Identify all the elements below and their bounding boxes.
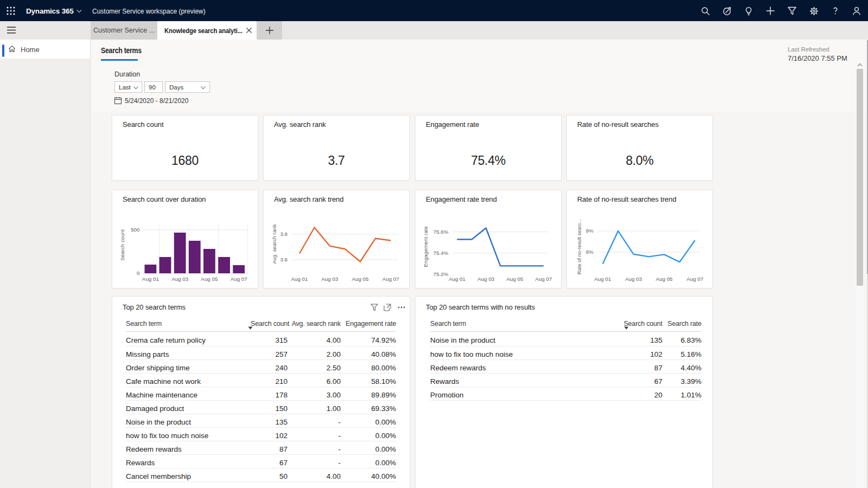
- svg-text:Aug 01: Aug 01: [449, 276, 465, 282]
- svg-text:Aug 01: Aug 01: [291, 276, 308, 282]
- svg-text:3.6: 3.6: [280, 256, 288, 262]
- svg-text:0: 0: [137, 270, 140, 276]
- svg-text:Aug 05: Aug 05: [201, 276, 218, 282]
- svg-text:Aug 07: Aug 07: [686, 276, 703, 282]
- svg-text:Aug 07: Aug 07: [535, 276, 552, 282]
- svg-text:Avg. search rank: Avg. search rank: [271, 224, 277, 264]
- svg-text:Aug 03: Aug 03: [477, 276, 495, 282]
- svg-text:Search count: Search count: [119, 229, 125, 261]
- svg-text:Aug 05: Aug 05: [352, 276, 369, 282]
- svg-text:Aug 03: Aug 03: [171, 276, 189, 282]
- svg-text:Aug 05: Aug 05: [506, 276, 524, 282]
- svg-text:3.8: 3.8: [280, 231, 288, 237]
- svg-text:Aug 03: Aug 03: [321, 276, 339, 282]
- svg-text:9%: 9%: [586, 228, 593, 234]
- svg-text:Rate of no-result searc...: Rate of no-result searc...: [576, 219, 582, 275]
- svg-text:Aug 07: Aug 07: [231, 276, 247, 282]
- svg-text:Engagement rate: Engagement rate: [423, 226, 429, 267]
- svg-text:75.6%: 75.6%: [433, 229, 449, 235]
- svg-text:8%: 8%: [586, 249, 593, 255]
- svg-text:500: 500: [131, 227, 140, 233]
- svg-text:75.2%: 75.2%: [433, 271, 449, 277]
- svg-text:Aug 01: Aug 01: [594, 276, 611, 282]
- svg-text:Aug 05: Aug 05: [656, 276, 673, 282]
- svg-text:Aug 03: Aug 03: [625, 276, 642, 282]
- svg-text:75.4%: 75.4%: [433, 250, 449, 256]
- svg-text:Aug 07: Aug 07: [382, 276, 399, 282]
- svg-text:Aug 01: Aug 01: [142, 276, 159, 282]
